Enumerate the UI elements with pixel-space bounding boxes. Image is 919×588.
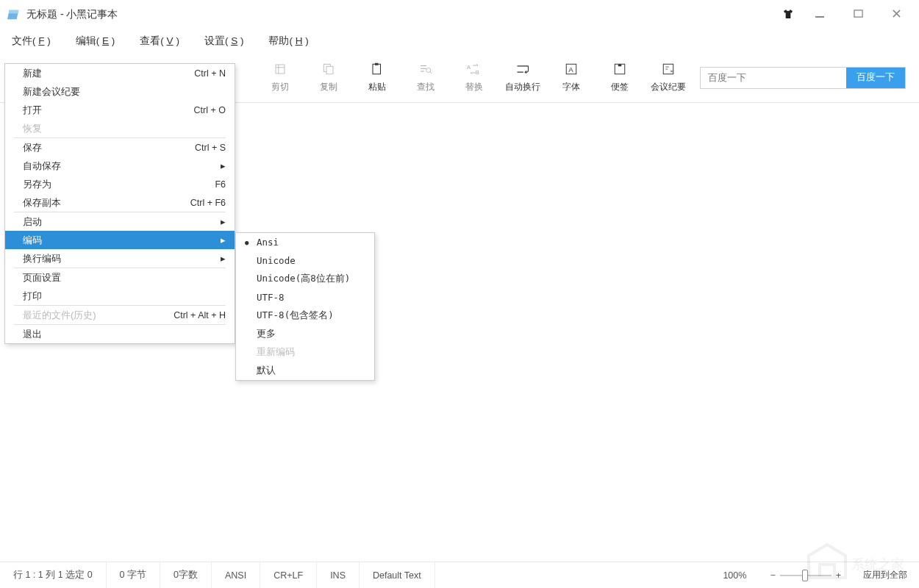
sticky-icon: [613, 62, 626, 76]
svg-rect-0: [815, 16, 824, 18]
titlebar: 无标题 - 小黑记事本: [0, 0, 919, 29]
statusbar: 行 1 : 1 列 1 选定 0 0 字节 0字数 ANSI CR+LF INS…: [0, 562, 919, 588]
theme-icon[interactable]: [782, 8, 794, 22]
enc-utf8[interactable]: UTF-8: [236, 288, 374, 306]
tool-minutes[interactable]: 会议纪要: [644, 57, 693, 98]
close-button[interactable]: [885, 9, 907, 21]
chevron-right-icon: ▸: [221, 253, 226, 264]
file-savecopy[interactable]: 保存副本Ctrl + F6: [5, 193, 235, 212]
svg-rect-5: [373, 64, 381, 74]
enc-unicode[interactable]: Unicode: [236, 251, 374, 270]
watermark: 系统之家: [794, 541, 904, 587]
status-ins[interactable]: INS: [317, 562, 360, 588]
menu-view[interactable]: 查看( V ): [140, 35, 179, 48]
chevron-right-icon: ▸: [221, 160, 226, 171]
minimize-button[interactable]: [809, 9, 831, 21]
file-recent: 最近的文件(历史)Ctrl + Alt + H: [5, 306, 235, 324]
svg-rect-13: [618, 64, 622, 66]
menu-file[interactable]: 文件( F ): [12, 35, 51, 48]
replace-icon: AB: [467, 62, 482, 76]
tool-find[interactable]: 查找: [401, 57, 450, 98]
file-dropdown: 新建Ctrl + N 新建会议纪要 打开Ctrl + O 恢复 保存Ctrl +…: [4, 63, 235, 344]
status-encoding[interactable]: ANSI: [212, 562, 260, 588]
file-startup[interactable]: 启动▸: [5, 212, 235, 231]
copy-icon: [322, 62, 335, 76]
enc-ansi[interactable]: ●Ansi: [236, 233, 374, 251]
status-bytes: 0 字节: [107, 562, 160, 588]
svg-rect-4: [326, 66, 333, 74]
file-exit[interactable]: 退出: [5, 325, 235, 343]
svg-rect-6: [375, 63, 379, 65]
status-eol[interactable]: CR+LF: [260, 562, 317, 588]
tool-copy[interactable]: 复制: [304, 57, 353, 98]
app-logo-icon: [7, 8, 21, 21]
font-icon: A: [565, 62, 578, 76]
svg-text:A: A: [467, 64, 471, 71]
svg-text:B: B: [476, 69, 479, 76]
search-input[interactable]: [701, 68, 846, 88]
tool-sticky[interactable]: 便签: [596, 57, 644, 98]
file-autosave[interactable]: 自动保存▸: [5, 157, 235, 175]
status-zoom: 100%: [709, 562, 759, 588]
svg-rect-2: [276, 65, 285, 74]
tool-wrap[interactable]: 自动换行: [498, 57, 547, 98]
menu-help[interactable]: 帮助( H ): [268, 35, 308, 48]
chevron-right-icon: ▸: [221, 216, 226, 227]
tool-cut[interactable]: 剪切: [256, 57, 304, 98]
file-open[interactable]: 打开Ctrl + O: [5, 101, 235, 119]
search-box: 百度一下: [700, 67, 906, 89]
menu-settings[interactable]: 设置( S ): [204, 35, 244, 48]
file-print[interactable]: 打印: [5, 287, 235, 305]
file-new-minutes[interactable]: 新建会议纪要: [5, 82, 235, 101]
svg-rect-14: [663, 64, 673, 74]
bullet-icon: ●: [245, 239, 248, 246]
enc-unicode-be[interactable]: Unicode(高8位在前): [236, 270, 374, 288]
tool-font[interactable]: A字体: [547, 57, 596, 98]
find-icon: [419, 62, 432, 76]
enc-utf8-bom[interactable]: UTF-8(包含签名): [236, 306, 374, 325]
svg-point-7: [426, 68, 431, 73]
chevron-right-icon: ▸: [221, 234, 226, 245]
tool-paste[interactable]: 粘贴: [353, 57, 401, 98]
file-restore: 恢复: [5, 119, 235, 137]
svg-text:A: A: [568, 65, 573, 74]
menu-edit[interactable]: 编辑( E ): [76, 35, 115, 48]
paste-icon: [371, 62, 384, 76]
encoding-submenu: ●Ansi Unicode Unicode(高8位在前) UTF-8 UTF-8…: [235, 232, 375, 381]
file-page-setup[interactable]: 页面设置: [5, 268, 235, 287]
cut-icon: [273, 62, 287, 76]
tool-replace[interactable]: AB替换: [450, 57, 498, 98]
file-saveas[interactable]: 另存为F6: [5, 175, 235, 193]
search-button[interactable]: 百度一下: [846, 68, 905, 88]
enc-default[interactable]: 默认: [236, 362, 374, 380]
svg-rect-1: [854, 10, 862, 17]
zoom-out-icon[interactable]: −: [770, 570, 775, 581]
menubar: 文件( F ) 编辑( E ) 查看( V ) 设置( S ) 帮助( H ): [0, 29, 919, 53]
file-newline-encoding[interactable]: 换行编码▸: [5, 249, 235, 268]
file-new[interactable]: 新建Ctrl + N: [5, 64, 235, 82]
wrap-icon: [515, 62, 530, 76]
enc-more[interactable]: 更多: [236, 325, 374, 343]
status-lang[interactable]: Default Text: [360, 562, 435, 588]
status-chars: 0字数: [160, 562, 212, 588]
window-title: 无标题 - 小黑记事本: [26, 8, 782, 21]
status-position: 行 1 : 1 列 1 选定 0: [0, 562, 107, 588]
maximize-button[interactable]: [847, 9, 869, 21]
file-encoding[interactable]: 编码▸: [5, 231, 235, 249]
window-controls: [809, 9, 912, 21]
file-save[interactable]: 保存Ctrl + S: [5, 138, 235, 157]
minutes-icon: [662, 62, 675, 76]
svg-text:系统之家: 系统之家: [851, 557, 904, 572]
enc-reencode: 重新编码: [236, 343, 374, 362]
